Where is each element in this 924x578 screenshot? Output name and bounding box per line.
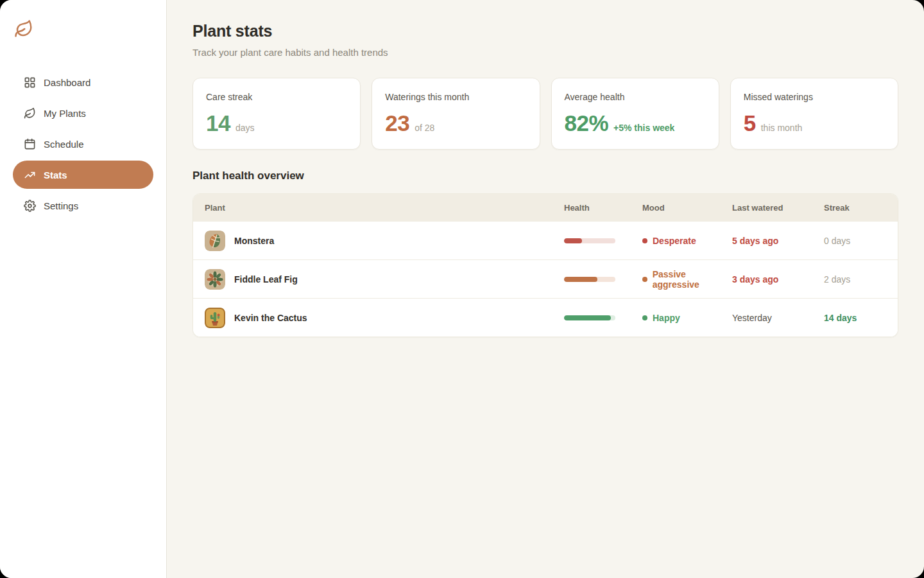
last-watered-value: Yesterday xyxy=(732,313,824,323)
mood-label: Passive aggressive xyxy=(653,269,732,290)
sidebar-nav: Dashboard My Plants Schedule Stats xyxy=(13,68,153,220)
stat-card-label: Missed waterings xyxy=(744,92,885,102)
mood-label: Desperate xyxy=(653,236,696,246)
fiddle-leaf-fig-avatar xyxy=(205,269,225,290)
sidebar-item-label: Schedule xyxy=(44,139,84,150)
column-header-health: Health xyxy=(564,203,642,213)
column-header-last-watered: Last watered xyxy=(732,203,824,213)
sidebar-item-stats[interactable]: Stats xyxy=(13,161,153,189)
stat-card-label: Average health xyxy=(565,92,706,102)
streak-value: 0 days xyxy=(824,236,886,246)
sidebar-item-label: Dashboard xyxy=(44,77,90,88)
sidebar-item-label: My Plants xyxy=(44,108,86,119)
stat-card-value: 14 xyxy=(206,110,230,136)
page-title: Plant stats xyxy=(193,22,898,40)
stat-card-label: Waterings this month xyxy=(385,92,526,102)
stat-card-missed-waterings: Missed waterings 5 this month xyxy=(730,78,898,150)
plant-name: Fiddle Leaf Fig xyxy=(234,274,298,285)
health-bar xyxy=(564,238,615,243)
stat-card-unit: +5% this week xyxy=(613,123,674,133)
mood-label: Happy xyxy=(653,313,680,323)
stat-card-value: 82% xyxy=(565,110,609,136)
sidebar-item-my-plants[interactable]: My Plants xyxy=(13,99,153,127)
mood-dot xyxy=(642,277,647,282)
leaf-logo-icon xyxy=(14,19,33,39)
sidebar-item-schedule[interactable]: Schedule xyxy=(13,130,153,158)
dashboard-grid-icon xyxy=(23,76,36,89)
plant-name: Kevin the Cactus xyxy=(234,313,307,323)
app-window: Dashboard My Plants Schedule Stats xyxy=(0,0,924,578)
streak-value: 14 days xyxy=(824,313,886,323)
stat-card-unit: of 28 xyxy=(415,123,434,133)
calendar-icon xyxy=(23,137,36,150)
stat-card-average-health: Average health 82% +5% this week xyxy=(551,78,719,150)
stat-card-unit: this month xyxy=(761,123,803,133)
gear-icon xyxy=(23,199,36,212)
table-row[interactable]: Monstera Desperate 5 days ago 0 days xyxy=(193,221,898,259)
table-header-row: Plant Health Mood Last watered Streak xyxy=(193,194,898,221)
sidebar-item-settings[interactable]: Settings xyxy=(13,191,153,220)
column-header-plant: Plant xyxy=(205,203,564,213)
sidebar-item-label: Stats xyxy=(44,170,67,180)
stat-card-value: 5 xyxy=(744,110,756,136)
last-watered-value: 5 days ago xyxy=(732,236,824,246)
health-bar xyxy=(564,277,615,282)
trending-up-icon xyxy=(23,168,36,181)
mood-dot xyxy=(642,238,647,243)
table-row[interactable]: Fiddle Leaf Fig Passive aggressive 3 day… xyxy=(193,259,898,298)
main-content: Plant stats Track your plant care habits… xyxy=(167,0,924,578)
sidebar-item-label: Settings xyxy=(44,200,78,211)
column-header-streak: Streak xyxy=(824,203,886,213)
leaf-icon xyxy=(23,107,36,119)
plant-health-table: Plant Health Mood Last watered Streak xyxy=(193,193,898,337)
sidebar: Dashboard My Plants Schedule Stats xyxy=(0,0,167,578)
health-bar xyxy=(564,315,615,320)
table-row[interactable]: Kevin the Cactus Happy Yesterday 14 days xyxy=(193,298,898,337)
stat-card-unit: days xyxy=(235,123,255,133)
column-header-mood: Mood xyxy=(642,203,732,213)
sidebar-item-dashboard[interactable]: Dashboard xyxy=(13,68,153,96)
cactus-avatar xyxy=(205,308,225,328)
plant-name: Monstera xyxy=(234,236,274,246)
stat-card-value: 23 xyxy=(385,110,409,136)
stat-card-care-streak: Care streak 14 days xyxy=(193,78,361,150)
stat-card-waterings: Waterings this month 23 of 28 xyxy=(372,78,540,150)
monstera-avatar xyxy=(205,231,225,251)
stat-card-label: Care streak xyxy=(206,92,347,102)
section-title: Plant health overview xyxy=(193,170,898,182)
last-watered-value: 3 days ago xyxy=(732,274,824,285)
page-subtitle: Track your plant care habits and health … xyxy=(193,47,898,58)
streak-value: 2 days xyxy=(824,274,886,285)
mood-dot xyxy=(642,315,647,320)
stat-cards: Care streak 14 days Waterings this month… xyxy=(193,78,898,150)
